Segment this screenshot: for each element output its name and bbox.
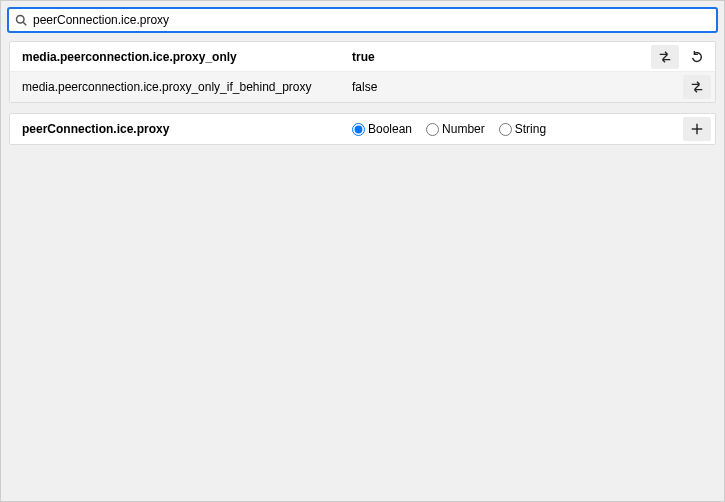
type-radio-boolean[interactable]: Boolean bbox=[352, 122, 412, 136]
pref-actions bbox=[647, 45, 715, 69]
toggle-icon bbox=[658, 50, 672, 64]
pref-row: media.peerconnection.ice.proxy_onlytrue bbox=[10, 42, 715, 72]
toggle-button[interactable] bbox=[651, 45, 679, 69]
add-pref-row: peerConnection.ice.proxy BooleanNumberSt… bbox=[9, 113, 716, 145]
add-button[interactable] bbox=[683, 117, 711, 141]
reset-icon bbox=[690, 50, 704, 64]
add-pref-type-group: BooleanNumberString bbox=[352, 122, 679, 136]
search-input[interactable] bbox=[27, 13, 710, 27]
type-radio-label: Boolean bbox=[368, 122, 412, 136]
type-radio-number[interactable]: Number bbox=[426, 122, 485, 136]
add-pref-name: peerConnection.ice.proxy bbox=[22, 122, 352, 136]
search-icon bbox=[15, 14, 27, 26]
pref-actions bbox=[679, 75, 715, 99]
svg-line-1 bbox=[23, 22, 26, 25]
toggle-icon bbox=[690, 80, 704, 94]
pref-value: true bbox=[352, 50, 647, 64]
pref-name: media.peerconnection.ice.proxy_only bbox=[22, 50, 352, 64]
type-radio-input[interactable] bbox=[499, 123, 512, 136]
svg-point-0 bbox=[17, 16, 25, 24]
results-list: media.peerconnection.ice.proxy_onlytruem… bbox=[9, 41, 716, 103]
type-radio-input[interactable] bbox=[352, 123, 365, 136]
type-radio-label: String bbox=[515, 122, 546, 136]
type-radio-label: Number bbox=[442, 122, 485, 136]
reset-button[interactable] bbox=[683, 45, 711, 69]
pref-row: media.peerconnection.ice.proxy_only_if_b… bbox=[10, 72, 715, 102]
pref-value: false bbox=[352, 80, 679, 94]
type-radio-string[interactable]: String bbox=[499, 122, 546, 136]
toggle-button[interactable] bbox=[683, 75, 711, 99]
add-icon bbox=[690, 122, 704, 136]
search-box[interactable] bbox=[7, 7, 718, 33]
type-radio-input[interactable] bbox=[426, 123, 439, 136]
pref-name: media.peerconnection.ice.proxy_only_if_b… bbox=[22, 80, 352, 94]
